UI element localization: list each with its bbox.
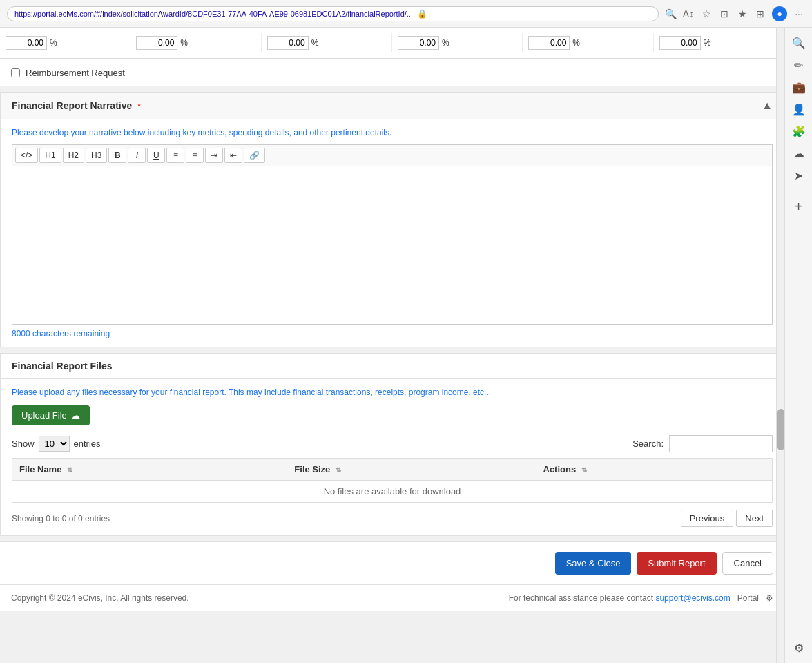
files-section: Financial Report Files Please upload any… — [0, 353, 784, 536]
showing-entries: Showing 0 to 0 of 0 entries — [12, 514, 110, 523]
indent-btn[interactable]: ⇥ — [205, 148, 223, 163]
more-icon[interactable]: ··· — [793, 8, 805, 20]
table-controls: Show 10 25 50 entries Search: — [12, 435, 773, 452]
url-bar[interactable]: https://portal.ecivis.com/#/index/solici… — [7, 6, 659, 21]
ul-btn[interactable]: ≡ — [166, 148, 184, 163]
footer-right: For technical assistance please contact … — [509, 593, 773, 603]
star-icon[interactable]: ☆ — [700, 8, 713, 20]
action-bar: Save & Close Submit Report Cancel — [0, 541, 784, 584]
search-input[interactable] — [669, 435, 773, 452]
files-body: Please upload any files necessary for yo… — [1, 379, 784, 535]
empty-message: No files are available for download — [12, 481, 773, 503]
cell-3-input[interactable] — [267, 36, 309, 50]
plus-sidebar-icon[interactable]: + — [789, 197, 809, 216]
show-entries-wrap: Show 10 25 50 entries — [12, 436, 101, 452]
h2-btn[interactable]: H2 — [63, 148, 84, 163]
file-size-header: File Size ⇅ — [287, 459, 536, 481]
support-text: For technical assistance please contact … — [509, 593, 731, 603]
favorites-icon[interactable]: ★ — [736, 8, 748, 20]
cell-6-input[interactable] — [659, 36, 701, 50]
cell-1-input[interactable] — [6, 36, 47, 50]
cell-6-percent: % — [704, 38, 711, 48]
h1-btn[interactable]: H1 — [39, 148, 61, 163]
reimbursement-checkbox[interactable] — [11, 68, 20, 77]
file-size-sort-icon[interactable]: ⇅ — [336, 466, 341, 474]
italic-btn[interactable]: I — [128, 148, 146, 163]
data-cell-2: % — [130, 33, 261, 52]
cell-3-percent: % — [311, 38, 319, 48]
file-name-label: File Name — [19, 464, 61, 474]
save-close-button[interactable]: Save & Close — [555, 552, 632, 575]
search-sidebar-icon[interactable]: 🔍 — [789, 33, 809, 52]
support-email[interactable]: support@ecivis.com — [655, 593, 730, 603]
lock-icon: 🔒 — [417, 9, 427, 19]
actions-label: Actions — [543, 464, 577, 474]
narrative-title-wrap: Financial Report Narrative * — [12, 100, 141, 111]
narrative-collapse-icon[interactable]: ▲ — [762, 99, 773, 112]
reimbursement-section: Reimbursement Request — [0, 59, 784, 86]
cell-2-input[interactable] — [136, 36, 177, 50]
actions-header: Actions ⇅ — [536, 459, 773, 481]
previous-button[interactable]: Previous — [681, 510, 734, 527]
actions-sort-icon[interactable]: ⇅ — [581, 466, 587, 474]
settings-sidebar-icon[interactable]: ⚙ — [789, 638, 809, 657]
pagination-buttons: Previous Next — [681, 510, 773, 527]
files-header: Financial Report Files — [1, 354, 784, 379]
upload-file-button[interactable]: Upload File ☁ — [12, 405, 90, 425]
underline-btn[interactable]: U — [147, 148, 165, 163]
outdent-btn[interactable]: ⇤ — [224, 148, 242, 163]
narrative-section: Financial Report Narrative * ▲ Please de… — [0, 92, 784, 347]
zoom-in-icon[interactable]: A↕ — [682, 8, 695, 20]
narrative-required-star: * — [137, 101, 141, 111]
cancel-button[interactable]: Cancel — [722, 552, 773, 575]
split-view-icon[interactable]: ⊡ — [718, 8, 731, 20]
url-text: https://portal.ecivis.com/#/index/solici… — [14, 10, 413, 18]
entries-select[interactable]: 10 25 50 — [39, 436, 70, 452]
edit-sidebar-icon[interactable]: ✏ — [789, 55, 809, 75]
browser-actions: 🔍 A↕ ☆ ⊡ ★ ⊞ ● ··· — [664, 6, 805, 21]
browser-bar: https://portal.ecivis.com/#/index/solici… — [0, 0, 812, 28]
submit-report-button[interactable]: Submit Report — [637, 552, 716, 575]
cloud-sidebar-icon[interactable]: ☁ — [789, 144, 809, 163]
table-head: File Name ⇅ File Size ⇅ Actions ⇅ — [12, 459, 773, 481]
right-sidebar: 🔍 ✏ 💼 👤 🧩 ☁ ➤ + ⚙ — [784, 28, 812, 663]
cell-1-percent: % — [50, 38, 57, 48]
bold-btn[interactable]: B — [108, 148, 126, 163]
link-btn[interactable]: 🔗 — [244, 148, 265, 163]
upload-file-label: Upload File — [21, 410, 67, 421]
ol-btn[interactable]: ≡ — [186, 148, 204, 163]
briefcase-sidebar-icon[interactable]: 💼 — [789, 77, 809, 97]
cell-5-input[interactable] — [528, 36, 570, 50]
data-row: % % % % % % — [0, 28, 784, 59]
file-name-sort-icon[interactable]: ⇅ — [67, 466, 72, 474]
reimbursement-label[interactable]: Reimbursement Request — [11, 68, 773, 78]
footer-settings-icon[interactable]: ⚙ — [766, 593, 773, 603]
narrative-editor[interactable] — [12, 166, 773, 325]
show-label: Show — [12, 439, 35, 449]
narrative-body: Please develop your narrative below incl… — [1, 119, 784, 347]
scrollbar-thumb[interactable] — [777, 409, 784, 450]
scrollbar[interactable] — [776, 28, 784, 663]
profile-icon[interactable]: ● — [772, 6, 787, 21]
h3-btn[interactable]: H3 — [86, 148, 107, 163]
file-size-label: File Size — [294, 464, 330, 474]
char-count: 8000 characters remaining — [12, 329, 773, 338]
narrative-instruction: Please develop your narrative below incl… — [12, 128, 773, 137]
cell-4-percent: % — [442, 38, 450, 48]
puzzle-sidebar-icon[interactable]: 🧩 — [789, 122, 809, 141]
entries-label: entries — [74, 439, 101, 449]
users-sidebar-icon[interactable]: 👤 — [789, 99, 809, 119]
file-name-header: File Name ⇅ — [12, 459, 287, 481]
support-label: For technical assistance please contact — [509, 593, 656, 603]
send-sidebar-icon[interactable]: ➤ — [789, 166, 809, 185]
cell-4-input[interactable] — [398, 36, 439, 50]
rte-toolbar: </> H1 H2 H3 B I U ≡ ≡ ⇥ ⇤ 🔗 — [12, 144, 773, 166]
table-body: No files are available for download — [12, 481, 773, 503]
code-btn[interactable]: </> — [15, 148, 38, 163]
next-button[interactable]: Next — [736, 510, 773, 527]
zoom-out-icon[interactable]: 🔍 — [664, 8, 677, 20]
files-title: Financial Report Files — [12, 361, 112, 372]
narrative-header: Financial Report Narrative * ▲ — [1, 93, 784, 119]
extensions-icon[interactable]: ⊞ — [754, 8, 766, 20]
main-content: % % % % % % Reimbursement Request — [0, 28, 784, 663]
